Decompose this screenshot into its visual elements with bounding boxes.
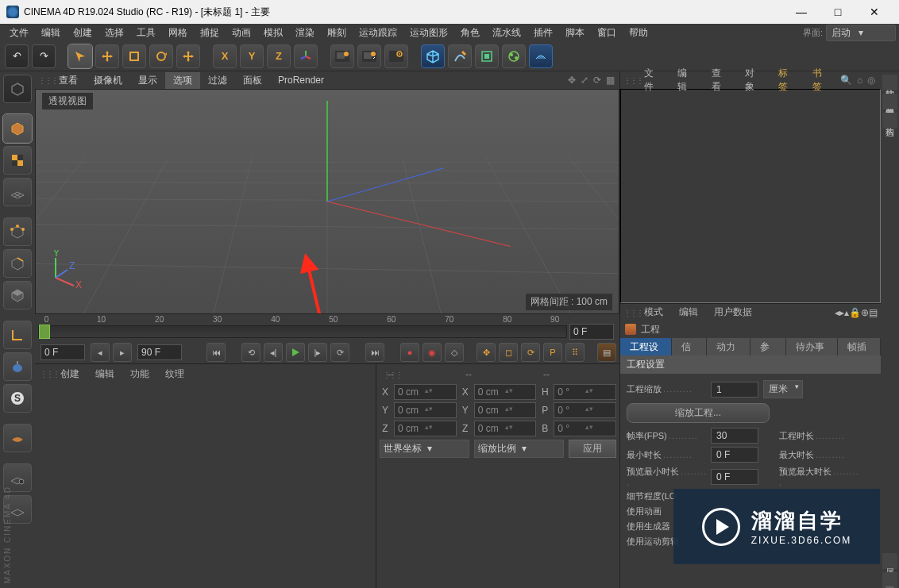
timeline-start-field[interactable]: 0 F [41,344,85,360]
workplane-mode-button[interactable] [3,178,32,206]
menu-plugins[interactable]: 插件 [527,25,559,41]
coord-scale-mode-select[interactable]: 缩放比例 ▾ [474,440,564,458]
key-scale-button[interactable]: ◻ [499,343,518,362]
edges-mode-button[interactable] [3,249,32,278]
enable-axis-button[interactable] [3,321,32,349]
primitive-cube-button[interactable] [421,44,445,68]
undo-button[interactable]: ↶ [5,44,29,68]
render-settings-button[interactable] [384,44,408,68]
menu-simulate[interactable]: 模拟 [257,25,289,41]
menu-file[interactable]: 文件 [3,25,35,41]
loop-forward-button[interactable]: ⟳ [330,343,349,362]
menu-help[interactable]: 帮助 [623,25,654,41]
viewport-toggle-icon[interactable]: ▦ [606,75,615,86]
axis-lock-y[interactable]: Y [240,44,264,68]
coord-space-select[interactable]: 世界坐标 ▾ [380,440,469,458]
close-button[interactable]: ✕ [856,0,893,24]
environment-button[interactable] [529,44,553,68]
project-scale-unit-select[interactable]: 厘米 [763,380,803,398]
timeline-ruler[interactable]: 0 10 20 30 40 50 60 70 80 90 [38,325,567,338]
viewport-solo-button[interactable] [3,352,32,381]
minimize-button[interactable]: — [783,0,820,24]
move-tool[interactable] [95,44,119,68]
dock-tab-construct[interactable]: 构造 [882,113,897,129]
coord-field-rot-h[interactable]: 0 °▴▾ [554,384,616,400]
deformer-button[interactable] [502,44,526,68]
attr-tab-reference[interactable]: 参考 [750,338,786,355]
menu-select[interactable]: 选择 [98,25,130,41]
object-manager-tree[interactable] [620,89,881,303]
snap-button[interactable]: S [3,384,32,413]
render-picture-viewer-button[interactable] [357,44,381,68]
menu-script[interactable]: 脚本 [559,25,591,41]
menu-window[interactable]: 窗口 [591,25,623,41]
coord-field-pos-y[interactable]: 0 cm▴▾ [394,402,457,418]
coord-field-rot-p[interactable]: 0 °▴▾ [554,402,616,418]
attr-tab-project-settings[interactable]: 工程设置 [620,338,672,355]
coord-field-rot-b[interactable]: 0 °▴▾ [554,421,616,436]
maximize-button[interactable]: □ [820,0,856,24]
viewport-nav-rotate-icon[interactable]: ⟳ [593,75,601,86]
dock-tab-structure[interactable]: 结构 [882,75,897,90]
attr-tab-interp[interactable]: 帧插值 [838,338,882,355]
menu-tracking[interactable]: 运动跟踪 [353,25,403,41]
attr-config-icon[interactable]: ▤ [869,307,878,318]
polygons-mode-button[interactable] [3,281,32,309]
go-to-end-button[interactable]: ⏭ [365,343,384,362]
key-pla-button[interactable]: ⠿ [565,343,585,362]
scale-tool[interactable] [122,44,146,68]
viewport-menu-panel[interactable]: 面板 [235,72,270,89]
last-tool[interactable] [176,44,200,68]
viewport-menu-camera[interactable]: 摄像机 [86,72,130,89]
menu-snap[interactable]: 捕捉 [194,25,226,41]
coord-field-size-x[interactable]: 0 cm▴▾ [474,384,537,400]
key-move-button[interactable]: ✥ [477,343,496,362]
loop-button[interactable]: ⟲ [241,343,260,362]
autokey-button[interactable]: ◉ [422,343,442,362]
viewport-nav-move-icon[interactable]: ✥ [568,75,576,86]
attr-new-icon[interactable]: ⊕ [861,307,869,318]
attr-tab-info[interactable]: 信息 [672,338,708,355]
grip-icon[interactable]: ⋮⋮⋮ [383,371,402,379]
objmgr-menu-tags[interactable]: 标签 [770,65,804,95]
coord-apply-button[interactable]: 应用 [569,440,616,458]
texture-mode-button[interactable] [3,146,32,175]
axis-lock-z[interactable]: Z [267,44,291,68]
menu-animation[interactable]: 动画 [226,25,257,41]
menu-mesh[interactable]: 网格 [162,25,194,41]
attr-menu-userdata[interactable]: 用户数据 [706,304,760,321]
objmgr-menu-edit[interactable]: 编辑 [669,65,703,95]
coord-field-pos-x[interactable]: 0 cm▴▾ [394,384,457,400]
attr-menu-edit[interactable]: 编辑 [671,304,706,321]
keyframe-sel-button[interactable]: ◇ [445,343,464,362]
dock-tab-browser[interactable]: 对象浏览器 [882,94,897,110]
objmgr-menu-view[interactable]: 查看 [704,65,737,95]
objmgr-menu-bookmarks[interactable]: 书签 [804,65,838,95]
axis-lock-x[interactable]: X [213,44,237,68]
coord-system-button[interactable] [294,44,318,68]
workplane-lock-button[interactable] [3,424,32,452]
timeline-prev-field-button[interactable]: ◂ [91,343,110,362]
generator-button[interactable] [475,44,499,68]
grip-icon[interactable]: ⋮⋮⋮ [623,308,642,317]
timeline-end-field[interactable]: 90 F [137,344,182,360]
render-view-button[interactable] [330,44,354,68]
key-param-button[interactable]: P [543,343,562,362]
menu-pipeline[interactable]: 流水线 [486,25,527,41]
timeline-dopesheet-button[interactable]: ▤ [597,343,616,362]
viewport-nav-zoom-icon[interactable]: ⤢ [581,75,588,86]
play-button[interactable] [286,343,305,362]
live-select-tool[interactable] [68,44,92,68]
coord-field-size-y[interactable]: 0 cm▴▾ [474,402,537,418]
dock-tab-attributes[interactable]: 属 [882,553,897,569]
timeline-preview-end-field[interactable]: 0 F [569,324,614,340]
menu-sculpt[interactable]: 雕刻 [321,25,353,41]
grip-icon[interactable]: ⋮⋮⋮ [40,370,59,379]
menu-tools[interactable]: 工具 [130,25,162,41]
record-key-button[interactable]: ● [400,343,419,362]
material-menu-texture[interactable]: 纹理 [157,366,192,382]
coord-field-size-z[interactable]: 0 cm▴▾ [474,421,537,436]
menu-create[interactable]: 创建 [67,25,98,41]
grip-icon[interactable]: ⋮⋮⋮ [38,76,57,85]
objmgr-menu-objects[interactable]: 对象 [737,65,770,95]
